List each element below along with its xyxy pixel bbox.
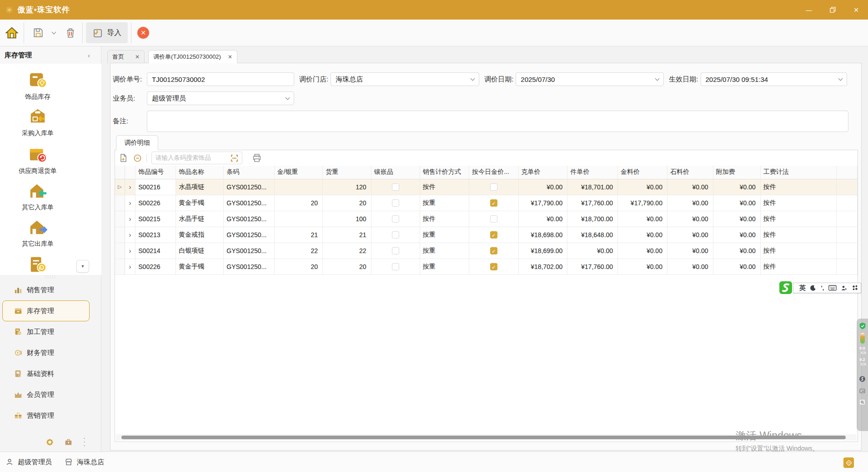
checkbox[interactable]: [392, 247, 399, 254]
barcode-search-input[interactable]: 请输入条码搜索饰品: [151, 152, 242, 164]
table-row[interactable]: ›S00226黄金手镯GYS001250...2020按重✓¥18,702.00…: [115, 259, 858, 274]
ime-mode[interactable]: 英: [799, 284, 806, 292]
cell-fee_mode[interactable]: 按件: [760, 195, 836, 211]
column-header[interactable]: 销售计价方式: [420, 166, 469, 179]
toolbox-icon[interactable]: [65, 438, 72, 446]
cell-price_mode[interactable]: 按重: [420, 259, 469, 274]
home-button[interactable]: [0, 26, 24, 40]
inlay-checkbox-cell[interactable]: [371, 179, 420, 195]
checkbox[interactable]: [392, 231, 399, 239]
cell-gold_wt[interactable]: 20: [274, 195, 322, 211]
column-header[interactable]: 饰品编号: [135, 166, 176, 179]
sidebar-menu-marketing[interactable]: 营销管理: [2, 405, 90, 426]
cell-name[interactable]: 黄金戒指: [176, 227, 224, 243]
cell-fee_mode[interactable]: 按件: [760, 211, 836, 227]
cell-price_mode[interactable]: 按件: [420, 179, 469, 195]
scan-icon[interactable]: [231, 154, 238, 162]
cell-gold_wt[interactable]: 20: [274, 259, 322, 274]
cell-stone_price[interactable]: ¥0.00: [667, 211, 713, 227]
remove-row-icon[interactable]: [133, 154, 142, 162]
cell-surcharge[interactable]: ¥0.00: [713, 179, 760, 195]
cell-piece_price[interactable]: ¥18,701.00: [567, 179, 618, 195]
cell-gram_price[interactable]: ¥17,790.00: [518, 195, 567, 211]
collapse-sidebar-icon[interactable]: ‹: [88, 51, 90, 59]
order-no-input[interactable]: TJ001250730002: [147, 72, 294, 86]
accelerator-sidebar[interactable]: 0.0↑K/s 0.2↓K/s: [857, 319, 868, 431]
cell-gold_price[interactable]: ¥0.00: [618, 259, 667, 274]
tab-close-icon[interactable]: ✕: [135, 54, 140, 60]
cell-fee_mode[interactable]: 按件: [760, 179, 836, 195]
cell-stone_price[interactable]: ¥0.00: [667, 195, 713, 211]
settings-gear-icon[interactable]: [45, 438, 54, 447]
cell-barcode[interactable]: GYS001250...: [224, 211, 274, 227]
cell-price_mode[interactable]: 按重: [420, 227, 469, 243]
cell-gram_price[interactable]: ¥0.00: [518, 179, 567, 195]
column-header[interactable]: 金料价: [618, 166, 667, 179]
cell-surcharge[interactable]: ¥0.00: [713, 195, 760, 211]
cell-gold_price[interactable]: ¥0.00: [618, 227, 667, 243]
cell-gram_price[interactable]: ¥18,699.00: [518, 243, 567, 259]
cell-num[interactable]: S00214: [135, 243, 176, 259]
column-header[interactable]: 克单价: [518, 166, 567, 179]
checkbox[interactable]: ✓: [490, 263, 497, 270]
cell-piece_price[interactable]: ¥17,760.00: [567, 259, 618, 274]
cell-stone_price[interactable]: ¥0.00: [667, 179, 713, 195]
cell-gram_price[interactable]: ¥0.00: [518, 211, 567, 227]
cell-name[interactable]: 黄金手镯: [176, 195, 224, 211]
cell-price_mode[interactable]: 按重: [420, 195, 469, 211]
cell-num[interactable]: S00226: [135, 259, 176, 274]
cell-weight[interactable]: 20: [323, 195, 371, 211]
inlay-checkbox-cell[interactable]: [371, 259, 420, 274]
minimize-button[interactable]: —: [797, 0, 821, 20]
inlay-checkbox-cell[interactable]: [371, 195, 420, 211]
cell-surcharge[interactable]: ¥0.00: [713, 243, 760, 259]
ime-handwrite-icon[interactable]: [841, 284, 848, 291]
column-header[interactable]: 货重: [323, 166, 371, 179]
checkbox[interactable]: ✓: [490, 199, 497, 207]
cell-surcharge[interactable]: ¥0.00: [713, 211, 760, 227]
cell-weight[interactable]: 120: [323, 179, 371, 195]
cell-piece_price[interactable]: ¥18,700.00: [567, 211, 618, 227]
cell-piece_price[interactable]: ¥17,760.00: [567, 195, 618, 211]
ime-moon-icon[interactable]: [810, 284, 817, 291]
sidebar-shortcut[interactable]: 其它入库单: [0, 181, 75, 212]
tab-close-icon[interactable]: ✕: [228, 54, 232, 60]
cell-gold_price[interactable]: ¥0.00: [618, 243, 667, 259]
cell-num[interactable]: S00226: [135, 195, 176, 211]
effective-date-select[interactable]: 2025/07/30 09:51:34: [701, 72, 847, 86]
cell-piece_price[interactable]: ¥18,648.00: [567, 227, 618, 243]
screenshot-icon[interactable]: [859, 387, 866, 394]
today_gold-checkbox-cell[interactable]: ✓: [469, 259, 518, 274]
cell-gold_wt[interactable]: [274, 211, 322, 227]
checkbox[interactable]: [490, 215, 497, 223]
today_gold-checkbox-cell[interactable]: ✓: [469, 195, 518, 211]
inlay-checkbox-cell[interactable]: [371, 211, 420, 227]
splitter-handle[interactable]: ··········: [0, 275, 101, 279]
save-button[interactable]: [28, 27, 49, 39]
print-icon[interactable]: [252, 153, 261, 162]
expand-row-icon[interactable]: ›: [125, 195, 135, 211]
cell-gram_price[interactable]: ¥18,702.00: [518, 259, 567, 274]
sidebar-menu-basic[interactable]: 基础资料: [2, 363, 90, 384]
cell-stone_price[interactable]: ¥0.00: [667, 227, 713, 243]
today_gold-checkbox-cell[interactable]: [469, 179, 518, 195]
sidebar-menu-process[interactable]: 加工管理: [2, 321, 90, 342]
ime-punct-icon[interactable]: ’,: [821, 284, 824, 291]
cell-gold_price[interactable]: ¥0.00: [618, 211, 667, 227]
search-tool-icon[interactable]: [859, 399, 866, 406]
inlay-checkbox-cell[interactable]: [371, 227, 420, 243]
sogou-logo-icon[interactable]: [778, 280, 793, 295]
cell-fee_mode[interactable]: 按件: [760, 243, 836, 259]
today_gold-checkbox-cell[interactable]: ✓: [469, 243, 518, 259]
today_gold-checkbox-cell[interactable]: ✓: [469, 227, 518, 243]
cell-barcode[interactable]: GYS001250...: [224, 243, 274, 259]
cell-barcode[interactable]: GYS001250...: [224, 179, 274, 195]
tab[interactable]: 首页✕: [107, 50, 145, 63]
cell-weight[interactable]: 100: [323, 211, 371, 227]
ime-tools-icon[interactable]: [852, 284, 858, 291]
sidebar-shortcut[interactable]: 饰品库存: [0, 71, 75, 101]
cell-name[interactable]: 水晶手链: [176, 211, 224, 227]
expand-row-icon[interactable]: ›: [125, 259, 135, 274]
sidebar-menu-member[interactable]: 会员管理: [2, 384, 90, 405]
table-row[interactable]: ›S00226黄金手镯GYS001250...2020按重✓¥17,790.00…: [115, 195, 858, 211]
